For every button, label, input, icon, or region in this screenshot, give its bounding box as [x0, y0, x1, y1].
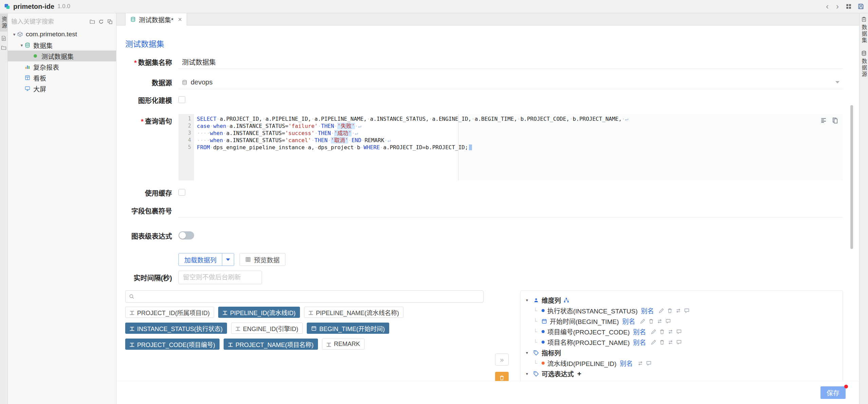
column-item[interactable]: └开始时间(BEGIN_TIME)别名	[526, 316, 837, 326]
sitemap-icon[interactable]	[564, 297, 569, 303]
edit-icon[interactable]	[640, 319, 645, 324]
caret-down-icon[interactable]: ▾	[11, 32, 17, 37]
preview-data-button[interactable]: 预览数据	[240, 253, 285, 266]
format-sql-icon[interactable]	[820, 117, 827, 123]
alias-link[interactable]: 别名	[633, 327, 646, 336]
load-columns-button[interactable]: 加载数据列	[178, 253, 234, 266]
field-chip[interactable]: 工PIPELINE_NAME(流水线名称)	[304, 307, 403, 318]
tree-item[interactable]: ▾com.primeton.test	[8, 29, 116, 40]
comment-icon[interactable]	[676, 329, 682, 334]
field-transfer-section: 工PROJECT_ID(所属项目ID)工PIPELINE_ID(流水线ID)工P…	[125, 290, 843, 381]
edit-icon[interactable]	[651, 329, 656, 334]
column-item[interactable]: └执行状态(INSTANCE_STATUS)别名	[526, 305, 837, 316]
caret-down-icon[interactable]: ▾	[19, 43, 25, 48]
save-icon[interactable]	[858, 3, 864, 9]
tab-dataset[interactable]: 测试数据集* ×	[125, 13, 187, 25]
column-group-header[interactable]: ▾维度列	[526, 295, 837, 305]
close-icon[interactable]: ×	[178, 16, 182, 23]
swap-icon[interactable]	[657, 319, 662, 324]
copy-sql-icon[interactable]	[832, 117, 838, 123]
interval-input[interactable]	[178, 271, 262, 284]
use-cache-checkbox[interactable]	[178, 189, 185, 196]
comment-icon[interactable]	[646, 361, 652, 366]
comment-icon[interactable]	[684, 308, 690, 313]
field-chip[interactable]: 工INSTANCE_STATUS(执行状态)	[125, 323, 227, 334]
field-chip[interactable]: BEGIN_TIME(开始时间)	[307, 323, 389, 334]
column-item-name: 执行状态(INSTANCE_STATUS)	[547, 306, 638, 315]
explorer-toolbar	[8, 15, 116, 29]
dataset-name-input[interactable]	[178, 55, 843, 69]
column-item-actions	[638, 361, 652, 366]
column-group-header[interactable]: ▾指标列	[526, 347, 837, 358]
clipboard-icon	[861, 17, 867, 22]
field-chip[interactable]: 工REMARK	[322, 339, 364, 350]
text-type-icon: 工	[130, 341, 134, 348]
delete-fields-button[interactable]	[495, 372, 509, 381]
comment-icon[interactable]	[665, 319, 671, 324]
left-dock-tab-resources[interactable]: 资源	[0, 14, 7, 32]
selected-columns-panel: ▾维度列└执行状态(INSTANCE_STATUS)别名└开始时间(BEGIN_…	[520, 290, 843, 381]
column-item[interactable]: └项目名称(PROJECT_NAME)别名	[526, 337, 837, 347]
swap-icon[interactable]	[638, 361, 643, 366]
trash-icon[interactable]	[659, 329, 665, 334]
forward-icon[interactable]: ›	[835, 2, 839, 11]
sql-editor[interactable]: 12345 SELECT·a.PROJECT_ID,·a.PIPELINE_ID…	[178, 114, 843, 180]
refresh-icon[interactable]	[98, 19, 104, 24]
fields-search-input[interactable]	[137, 293, 480, 300]
save-button[interactable]: 保存	[820, 386, 846, 399]
tree-item[interactable]: 复杂报表	[8, 61, 116, 72]
folder-icon[interactable]	[90, 19, 95, 24]
back-icon[interactable]: ‹	[825, 2, 829, 11]
folder-icon[interactable]	[1, 45, 6, 51]
field-chip[interactable]: 工PROJECT_CODE(项目编号)	[125, 339, 220, 350]
caret-down-icon[interactable]: ▾	[526, 350, 531, 355]
column-item[interactable]: └流水线执行总数	[526, 379, 837, 381]
plus-icon[interactable]: +	[577, 370, 581, 378]
alias-link[interactable]: 别名	[633, 338, 646, 347]
caret-down-icon[interactable]: ▾	[526, 298, 531, 303]
field-wrapper-input[interactable]	[178, 204, 843, 217]
datasource-select[interactable]: devops	[178, 76, 843, 89]
graphical-modeling-checkbox[interactable]	[178, 96, 185, 103]
caret-down-icon[interactable]: ▾	[526, 371, 531, 376]
field-chip[interactable]: 工PROJECT_NAME(项目名称)	[224, 339, 318, 350]
explorer-search-input[interactable]	[11, 17, 86, 27]
sql-code[interactable]: SELECT·a.PROJECT_ID,·a.PIPELINE_ID,·a.PI…	[194, 114, 843, 180]
column-item[interactable]: └项目编号(PROJECT_CODE)别名	[526, 326, 837, 337]
trash-icon[interactable]	[648, 319, 654, 324]
tree-item[interactable]: 看板	[8, 72, 116, 83]
alias-link[interactable]: 别名	[622, 316, 635, 326]
right-dock-tab[interactable]: 数据源	[861, 51, 867, 78]
alias-link[interactable]: 别名	[641, 306, 654, 315]
tree-item[interactable]: 大屏	[8, 83, 116, 94]
swap-icon[interactable]	[668, 340, 673, 345]
edit-icon[interactable]	[659, 308, 664, 313]
app-logo-icon	[4, 3, 10, 9]
edit-icon[interactable]	[651, 340, 656, 345]
column-group-header[interactable]: ▾可选表达式+	[526, 368, 837, 379]
alias-link[interactable]: 别名	[620, 359, 633, 368]
document-icon[interactable]	[1, 36, 6, 41]
collapse-all-icon[interactable]	[107, 19, 113, 24]
trash-icon[interactable]	[659, 340, 665, 345]
field-chip[interactable]: 工ENGINE_ID(引擎ID)	[231, 323, 303, 334]
scrollbar-thumb[interactable]	[850, 105, 853, 249]
field-chip[interactable]: 工PROJECT_ID(所属项目ID)	[125, 307, 214, 318]
trash-icon[interactable]	[667, 308, 673, 313]
tree-item[interactable]: ▾数据集	[8, 40, 116, 51]
comment-icon[interactable]	[676, 340, 682, 345]
chevron-down-icon[interactable]	[222, 253, 234, 266]
right-dock-tab[interactable]: 数据集	[861, 17, 867, 44]
explorer-panel: ▾com.primeton.test▾数据集测试数据集复杂报表看板大屏	[8, 13, 116, 404]
chart-expression-toggle[interactable]	[178, 231, 194, 239]
column-item[interactable]: └流水线ID(PIPELINE_ID)别名	[526, 358, 837, 368]
app-version: 1.0.0	[57, 3, 70, 10]
text-type-icon: 工	[130, 325, 134, 332]
move-fields-button[interactable]: »	[495, 353, 509, 366]
swap-icon[interactable]	[676, 308, 681, 313]
swap-icon[interactable]	[668, 329, 673, 334]
windows-grid-icon[interactable]	[846, 3, 852, 9]
field-chip[interactable]: 工PIPELINE_ID(流水线ID)	[218, 307, 300, 318]
tree-item[interactable]: 测试数据集	[8, 51, 116, 61]
screen-icon	[25, 86, 30, 91]
